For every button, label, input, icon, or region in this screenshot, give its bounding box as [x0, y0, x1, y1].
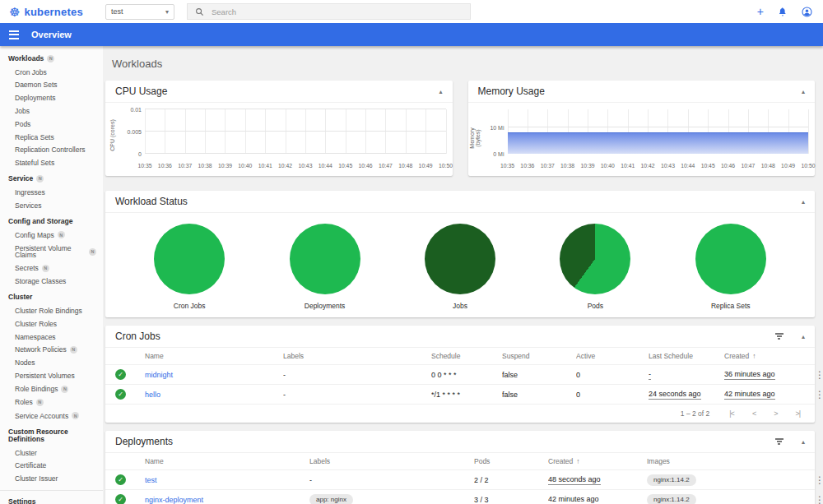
collapse-icon[interactable]: ▴: [802, 198, 805, 206]
notifications-button[interactable]: [778, 7, 788, 17]
collapse-icon[interactable]: ▴: [439, 88, 442, 95]
sidebar-item-replication-controllers[interactable]: Replication Controllers: [0, 144, 103, 157]
sidebar-section-custom-resource-definitions[interactable]: Custom Resource Definitions: [0, 424, 103, 446]
sidebar-section-service[interactable]: ServiceN: [0, 171, 103, 186]
column-header-created[interactable]: Created↑: [724, 352, 800, 360]
memory-plot-area: 10 Mi0 Mi: [508, 109, 809, 154]
resource-link-hello[interactable]: hello: [145, 391, 160, 399]
filter-icon[interactable]: [775, 438, 783, 445]
namespaced-badge-icon: N: [47, 55, 54, 62]
sidebar-item-secrets[interactable]: SecretsN: [0, 261, 103, 275]
sidebar-item-namespaces[interactable]: Namespaces: [0, 331, 103, 344]
collapse-icon[interactable]: ▴: [802, 88, 805, 95]
resource-link-test[interactable]: test: [145, 476, 157, 484]
sidebar-item-cluster-issuer[interactable]: Cluster Issuer: [0, 473, 103, 486]
next-page-icon[interactable]: >: [774, 409, 777, 418]
column-header-labels[interactable]: Labels: [309, 457, 474, 465]
sidebar-item-persistent-volume-claims[interactable]: Persistent Volume ClaimsN: [0, 242, 103, 261]
column-header-labels[interactable]: Labels: [283, 352, 431, 360]
column-header-images[interactable]: Images: [647, 457, 800, 465]
sidebar-item-role-bindings[interactable]: Role BindingsN: [0, 382, 103, 395]
row-actions-menu-icon[interactable]: ⋮: [800, 474, 823, 486]
sidebar-item-roles[interactable]: RolesN: [0, 396, 103, 409]
y-tick-label: 0.005: [127, 129, 142, 135]
sidebar-item-config-maps[interactable]: Config MapsN: [0, 229, 103, 242]
user-menu-button[interactable]: [802, 7, 812, 17]
sidebar-item-service-accounts[interactable]: Service AccountsN: [0, 409, 103, 423]
last-page-icon[interactable]: >|: [795, 409, 800, 418]
column-header-name[interactable]: Name: [145, 457, 309, 465]
filter-icon[interactable]: [775, 333, 783, 340]
sidebar-item-stateful-sets[interactable]: Stateful Sets: [0, 156, 103, 169]
resource-link-nginx-deployment[interactable]: nginx-deployment: [145, 496, 203, 504]
sidebar-item-replica-sets[interactable]: Replica Sets: [0, 131, 103, 144]
sidebar-item-cluster-roles[interactable]: Cluster Roles: [0, 317, 103, 331]
sidebar-label: Cluster Roles: [15, 321, 57, 328]
sidebar-section-workloads[interactable]: WorkloadsN: [0, 51, 103, 66]
sidebar-item-network-policies[interactable]: Network PoliciesN: [0, 344, 103, 357]
sidebar-item-cron-jobs[interactable]: Cron Jobs: [0, 66, 103, 79]
column-header-pods[interactable]: Pods: [474, 457, 548, 465]
pie-chart[interactable]: [560, 224, 630, 294]
cell-pods: 2 / 2: [474, 476, 548, 484]
sidebar-label: Services: [15, 202, 42, 210]
cell-status: ✓: [115, 474, 145, 485]
namespace-selector[interactable]: test ▾: [105, 4, 174, 20]
sidebar-item-storage-classes[interactable]: Storage Classes: [0, 275, 103, 289]
sidebar-label: Network Policies: [15, 346, 67, 354]
column-header-active[interactable]: Active: [576, 352, 649, 360]
x-tick-label: 10:49: [419, 163, 433, 169]
sidebar-label: Pods: [15, 121, 30, 128]
column-header-last-schedule[interactable]: Last Schedule: [649, 352, 724, 360]
previous-page-icon[interactable]: <: [752, 409, 756, 418]
row-actions-menu-icon[interactable]: ⋮: [800, 494, 823, 504]
sidebar-item-daemon-sets[interactable]: Daemon Sets: [0, 79, 103, 92]
resource-link-midnight[interactable]: midnight: [145, 371, 173, 379]
cell-labels: -: [309, 476, 474, 484]
sidebar-section-config-and-storage[interactable]: Config and Storage: [0, 214, 103, 229]
y-tick-label: 10 Mi: [490, 124, 504, 130]
sidebar-item-pods[interactable]: Pods: [0, 118, 103, 131]
column-header-name[interactable]: Name: [145, 352, 283, 360]
chart-gridline-vertical: [365, 109, 366, 154]
workload-status-title: Workload Status: [115, 196, 188, 207]
sidebar-section-settings[interactable]: Settings: [0, 494, 103, 504]
x-tick-label: 10:40: [601, 163, 615, 169]
column-header-schedule[interactable]: Schedule: [431, 352, 502, 360]
sidebar-item-persistent-volumes[interactable]: Persistent Volumes: [0, 370, 103, 383]
search-bar[interactable]: [187, 3, 471, 20]
cpu-y-axis-label: CPU (cores): [109, 117, 115, 155]
sidebar-item-services[interactable]: Services: [0, 199, 103, 212]
sidebar-label: Jobs: [15, 108, 30, 115]
sidebar-item-jobs[interactable]: Jobs: [0, 104, 103, 118]
column-header-label: Name: [145, 352, 164, 360]
first-page-icon[interactable]: |<: [729, 409, 734, 418]
collapse-icon[interactable]: ▴: [802, 333, 805, 340]
app-navbar: Overview: [0, 23, 823, 46]
sidebar-item-deployments[interactable]: Deployments: [0, 92, 103, 105]
status-ok-icon: ✓: [115, 369, 126, 380]
sidebar-item-ingresses[interactable]: Ingresses: [0, 186, 103, 199]
search-input[interactable]: [212, 7, 463, 16]
collapse-icon[interactable]: ▴: [802, 438, 805, 446]
pie-chart[interactable]: [695, 224, 766, 294]
pie-chart[interactable]: [154, 224, 225, 294]
sidebar-item-nodes[interactable]: Nodes: [0, 357, 103, 370]
pie-chart[interactable]: [425, 224, 495, 294]
sidebar-section-cluster[interactable]: Cluster: [0, 289, 103, 304]
column-header-created[interactable]: Created↑: [548, 457, 647, 465]
kubernetes-logo[interactable]: ☸ kubernetes: [0, 6, 103, 18]
pie-chart[interactable]: [290, 224, 360, 294]
sidebar-item-certificate[interactable]: Certificate: [0, 460, 103, 473]
column-header-suspend[interactable]: Suspend: [502, 352, 576, 360]
row-actions-menu-icon[interactable]: ⋮: [800, 389, 823, 400]
sidebar-item-cluster[interactable]: Cluster: [0, 446, 103, 460]
x-tick-label: 10:41: [258, 163, 272, 169]
x-tick-label: 10:47: [741, 163, 755, 169]
row-actions-menu-icon[interactable]: ⋮: [800, 369, 823, 381]
sidebar-item-cluster-role-bindings[interactable]: Cluster Role Bindings: [0, 304, 103, 317]
menu-icon[interactable]: [9, 30, 19, 39]
workload-pie-jobs: Jobs: [425, 224, 495, 310]
y-tick-label: 0 Mi: [493, 151, 504, 157]
create-resource-button[interactable]: +: [757, 6, 764, 17]
